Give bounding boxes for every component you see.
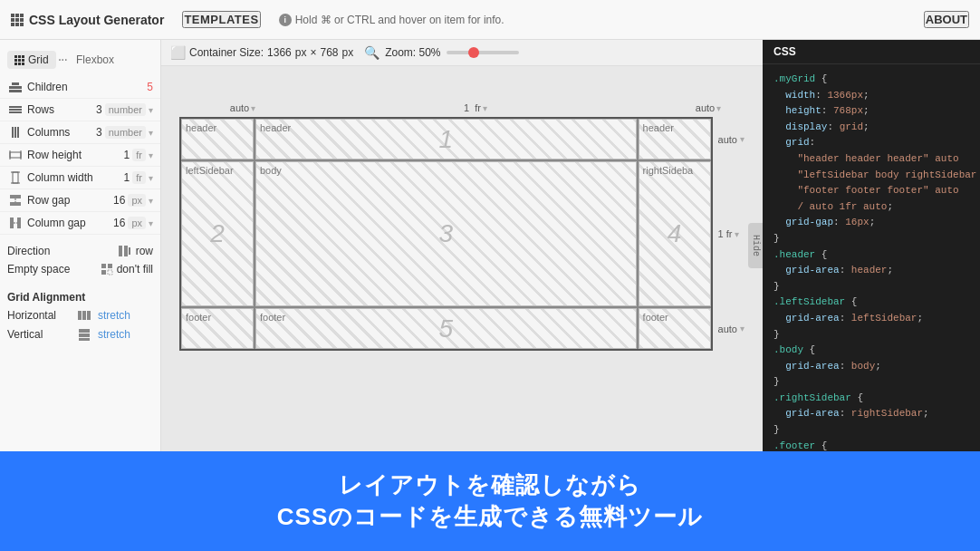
row-gap-value[interactable]: 16 — [113, 194, 125, 207]
columns-value[interactable]: 3 — [96, 126, 102, 139]
horizontal-align-value[interactable]: stretch — [98, 309, 130, 322]
col-width-label: Column width — [27, 171, 120, 184]
row-gap-icon — [7, 192, 24, 208]
grid-with-rulers: header header 1 header leftSid — [179, 117, 745, 351]
direction-text: row — [136, 245, 153, 257]
col-width-control: 1 fr ▾ — [124, 171, 153, 184]
col-ruler-2[interactable]: auto ▾ — [672, 102, 745, 113]
row-ruler-0[interactable]: auto ▾ — [718, 119, 745, 160]
cell1-number: 1 — [439, 125, 454, 154]
banner: レイアウトを確認しながら CSSのコードを生成できる無料ツール — [0, 451, 980, 551]
vertical-align: Vertical stretch — [7, 326, 153, 343]
cell-left-label: leftSidebar — [186, 165, 234, 176]
rows-prop: Rows 3 number ▾ — [0, 99, 160, 121]
col-ruler-0[interactable]: auto ▾ — [207, 102, 279, 113]
col-gap-value[interactable]: 16 — [113, 217, 125, 229]
container-height[interactable]: 768 — [320, 46, 338, 59]
container-size: ⬜ Container Size: 1366 px × 768 px — [170, 45, 353, 60]
css-line-6: "header header header" auto — [773, 151, 969, 168]
css-line-8: "footer footer footer" auto — [773, 183, 969, 199]
col-gap-label: Column gap — [27, 217, 110, 229]
row-height-prop: Row height 1 fr ▾ — [0, 144, 160, 167]
container-label: Container Size: — [189, 46, 264, 59]
left-sidebar: Grid ··· Flexbox Children 5 — [0, 40, 161, 451]
col-width-icon — [7, 169, 24, 186]
row-gap-label: Row gap — [27, 194, 110, 207]
vertical-align-icon — [76, 326, 92, 343]
rows-unit[interactable]: number — [105, 103, 146, 116]
css-line-11: } — [773, 231, 969, 247]
cell-header2[interactable]: header 1 — [255, 119, 637, 160]
row-ruler-2[interactable]: auto ▾ — [718, 308, 745, 349]
css-line-18: .body { — [773, 343, 969, 359]
row-height-value[interactable]: 1 — [124, 149, 130, 161]
columns-arrow[interactable]: ▾ — [149, 128, 153, 138]
tab-row: Grid ··· Flexbox — [0, 47, 160, 72]
zoom-label: Zoom: 50% — [385, 46, 440, 59]
rows-icon — [7, 102, 24, 118]
row-gap-arrow[interactable]: ▾ — [149, 196, 153, 206]
cell-footer1[interactable]: footer — [181, 308, 254, 349]
empty-space-value[interactable]: don't fill — [101, 263, 153, 276]
col-width-value[interactable]: 1 — [124, 171, 130, 184]
row-height-label: Row height — [27, 149, 120, 161]
vertical-align-value[interactable]: stretch — [98, 328, 130, 341]
direction-value[interactable]: row — [118, 245, 153, 257]
children-value[interactable]: 5 — [147, 81, 153, 93]
columns-unit[interactable]: number — [105, 126, 146, 139]
cell-left[interactable]: leftSidebar 2 — [181, 161, 254, 306]
svg-rect-23 — [79, 334, 90, 337]
columns-prop: Columns 3 number ▾ — [0, 121, 160, 144]
col-rulers: auto ▾ 1 fr ▾ auto ▾ — [207, 102, 745, 113]
children-label: Children — [27, 81, 143, 93]
cell-footer2[interactable]: footer 5 — [255, 308, 637, 349]
cell-footer3[interactable]: footer — [639, 308, 711, 349]
info-bar: i Hold ⌘ or CTRL and hover on item for i… — [279, 14, 504, 26]
right-panel: Hide CSS .myGrid { width: 1366px; height… — [763, 40, 980, 451]
hide-button[interactable]: Hide — [748, 223, 763, 268]
svg-rect-3 — [13, 172, 18, 183]
cell-header3[interactable]: header — [639, 119, 711, 160]
children-icon — [7, 79, 24, 95]
cell-right[interactable]: rightSideba 4 — [639, 161, 711, 306]
cell-header1[interactable]: header — [181, 119, 254, 160]
rows-value[interactable]: 3 — [96, 103, 102, 116]
css-line-1: .myGrid { — [773, 72, 969, 88]
row-height-unit[interactable]: fr — [132, 149, 146, 161]
tab-flexbox[interactable]: Flexbox — [69, 51, 121, 69]
cell-header3-label: header — [643, 122, 674, 133]
row-gap-unit[interactable]: px — [128, 194, 146, 207]
main-content: Grid ··· Flexbox Children 5 — [0, 40, 980, 451]
dots-separator: ··· — [58, 52, 67, 68]
css-line-24: .footer { — [773, 439, 969, 451]
alignment-title: Grid Alignment — [7, 291, 153, 304]
empty-space-text: don't fill — [117, 263, 153, 276]
row-height-arrow[interactable]: ▾ — [149, 150, 153, 160]
info-text: Hold ⌘ or CTRL and hover on item for inf… — [295, 14, 504, 26]
col-gap-arrow[interactable]: ▾ — [149, 218, 153, 228]
svg-rect-24 — [79, 338, 90, 341]
col-width-arrow[interactable]: ▾ — [149, 173, 153, 183]
css-line-16: grid-area: leftSidebar; — [773, 311, 969, 327]
rows-arrow[interactable]: ▾ — [149, 105, 153, 115]
css-line-12: .header { — [773, 247, 969, 264]
container-width[interactable]: 1366 — [267, 46, 292, 59]
svg-rect-12 — [119, 246, 122, 256]
css-line-9: / auto 1fr auto; — [773, 199, 969, 216]
col-gap-unit[interactable]: px — [128, 217, 146, 229]
cell-footer3-label: footer — [643, 312, 668, 323]
zoom-thumb[interactable] — [468, 47, 479, 58]
about-button[interactable]: ABOUT — [924, 11, 969, 28]
cell-footer2-label: footer — [260, 312, 285, 323]
templates-button[interactable]: TEMPLATES — [182, 11, 260, 28]
zoom-slider[interactable] — [447, 51, 519, 54]
col-ruler-1[interactable]: 1 fr ▾ — [279, 102, 672, 113]
grid-preview-container: header header 1 header leftSid — [179, 117, 713, 351]
row-ruler-1[interactable]: 1 fr ▾ — [718, 160, 745, 308]
tab-grid[interactable]: Grid — [7, 51, 56, 69]
empty-space-prop: Empty space don't fill — [0, 260, 160, 278]
cell-body[interactable]: body 3 — [255, 161, 637, 306]
css-line-3: height: 768px; — [773, 103, 969, 120]
col-width-unit[interactable]: fr — [132, 171, 146, 184]
zoom-control: 🔍 Zoom: 50% — [364, 45, 518, 60]
